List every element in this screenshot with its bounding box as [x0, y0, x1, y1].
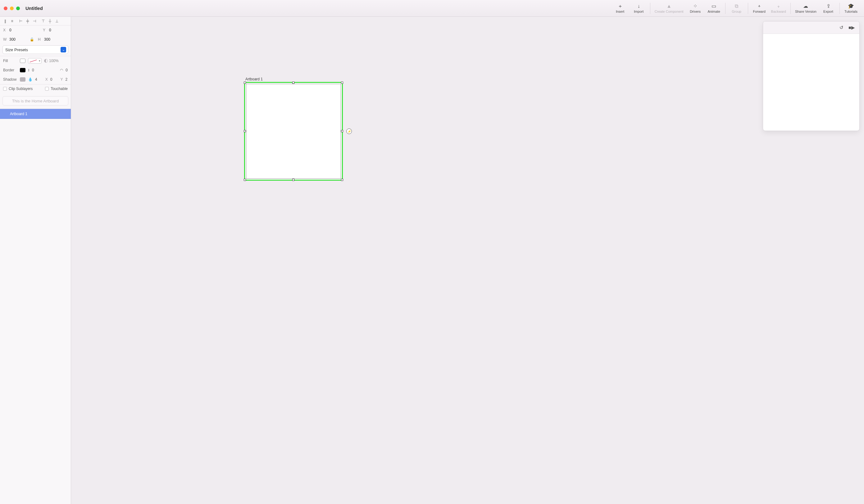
drivers-icon: ⁘ — [693, 3, 697, 9]
touchable-label: Touchable — [51, 87, 68, 91]
tutorials-label: Tutorials — [844, 10, 857, 13]
alignment-toolbar: ‖ ≡ ⊢ ╪ ⊣ ⊤ ┼ ⊥ — [0, 17, 71, 25]
resize-handle-middle-right[interactable] — [341, 130, 343, 132]
resize-handle-top-right[interactable] — [341, 82, 343, 84]
align-bottom-icon[interactable]: ⊥ — [55, 19, 59, 23]
group-icon: ⧉ — [735, 3, 738, 9]
shadow-row: Shadow 💧 4 X 0 Y 2 — [0, 75, 71, 84]
size-presets-dropdown[interactable]: Size Presets ⌄ — [2, 45, 68, 54]
shadow-y-input[interactable]: 2 — [65, 77, 68, 82]
group-label: Group — [732, 10, 741, 13]
distribute-horizontal-icon[interactable]: ‖ — [3, 19, 8, 23]
share-version-button[interactable]: ☁ Share Version — [793, 0, 819, 16]
toolbar-separator — [790, 3, 791, 14]
forward-button[interactable]: ⍏ Forward — [750, 0, 769, 16]
distribute-vertical-icon[interactable]: ≡ — [10, 19, 14, 23]
border-width-input[interactable]: 0 — [32, 68, 34, 72]
align-left-icon[interactable]: ⊢ — [19, 19, 23, 23]
import-button[interactable]: ↓ Import — [629, 0, 648, 16]
shadow-blur-icon: 💧 — [28, 77, 33, 82]
plus-icon: ＋ — [618, 3, 623, 9]
resize-handle-top-left[interactable] — [244, 82, 246, 84]
interaction-bolt-button[interactable]: ⚡ — [346, 128, 352, 134]
bring-forward-icon: ⍏ — [758, 3, 761, 9]
artboard-title[interactable]: Artboard 1 — [245, 77, 263, 81]
shadow-x-input[interactable]: 0 — [50, 77, 52, 82]
artboard-selection[interactable] — [244, 82, 343, 181]
align-center-v-icon[interactable]: ┼ — [48, 19, 52, 23]
window-controls — [4, 7, 20, 10]
lightning-icon: ⚡ — [347, 130, 351, 133]
shadow-y-label: Y — [60, 77, 63, 82]
backward-label: Backward — [771, 10, 786, 13]
download-arrow-icon: ↓ — [638, 3, 640, 9]
shadow-color-swatch[interactable] — [20, 77, 25, 82]
x-input[interactable]: 0 — [9, 28, 25, 32]
animate-label: Animate — [707, 10, 720, 13]
create-component-button[interactable]: ▲ Create Component — [652, 0, 686, 16]
corner-radius-input[interactable]: 0 — [65, 68, 68, 72]
document-title: Untitled — [25, 5, 43, 11]
backward-button[interactable]: ⍖ Backward — [769, 0, 789, 16]
toolbar-separator — [725, 3, 725, 14]
fill-opacity[interactable]: 100% — [44, 59, 59, 63]
forward-label: Forward — [753, 10, 765, 13]
options-row: Clip Sublayers Touchable — [0, 84, 71, 93]
window-zoom-button[interactable] — [16, 7, 20, 10]
align-center-h-icon[interactable]: ╪ — [25, 19, 30, 23]
y-input[interactable]: 0 — [49, 28, 65, 32]
position-row: X 0 Y 0 — [0, 25, 71, 35]
toolbar-separator — [748, 3, 748, 14]
resize-handle-middle-left[interactable] — [244, 130, 246, 132]
import-label: Import — [634, 10, 644, 13]
toolbar: ＋ Insert ↓ Import ▲ Create Component ⁘ D… — [611, 0, 864, 16]
lock-aspect-icon[interactable]: 🔓 — [30, 38, 34, 41]
group-button[interactable]: ⧉ Group — [727, 0, 746, 16]
chevron-down-icon: ⌄ — [61, 47, 66, 52]
size-presets-label: Size Presets — [5, 48, 28, 52]
animate-button[interactable]: ▭ Animate — [705, 0, 723, 16]
resize-handle-bottom-middle[interactable] — [292, 179, 295, 181]
align-right-icon[interactable]: ⊣ — [32, 19, 37, 23]
fill-opacity-value: 100% — [49, 59, 59, 63]
fill-row: Fill 100% — [0, 56, 71, 65]
drivers-button[interactable]: ⁘ Drivers — [686, 0, 705, 16]
resize-handle-bottom-left[interactable] — [244, 179, 246, 181]
touchable-checkbox[interactable] — [45, 87, 49, 90]
shadow-label: Shadow — [3, 77, 17, 82]
h-input[interactable]: 300 — [44, 37, 60, 41]
fill-enabled-swatch[interactable] — [20, 59, 25, 63]
artboard-surface[interactable] — [246, 84, 341, 179]
home-artboard-button[interactable]: This is the Home Artboard — [2, 96, 68, 106]
graduation-cap-icon: 🎓 — [848, 3, 854, 9]
layer-artboard-1-label: Artboard 1 — [10, 112, 27, 116]
layer-artboard-1[interactable]: Artboard 1 — [0, 109, 71, 119]
y-label: Y — [43, 28, 47, 32]
border-color-swatch[interactable] — [20, 68, 25, 72]
export-button[interactable]: ⇪ Export — [819, 0, 838, 16]
drivers-label: Drivers — [690, 10, 701, 13]
insert-button[interactable]: ＋ Insert — [611, 0, 629, 16]
undo-icon[interactable]: ↺ — [839, 25, 843, 30]
preview-panel[interactable]: ↺ ■▶ — [763, 21, 860, 131]
x-label: X — [3, 28, 8, 32]
align-top-icon[interactable]: ⊤ — [41, 19, 45, 23]
shadow-blur-input[interactable]: 4 — [35, 77, 37, 82]
window-close-button[interactable] — [4, 7, 8, 10]
fill-label: Fill — [3, 59, 17, 63]
canvas[interactable]: Artboard 1 ⚡ — [71, 17, 864, 504]
component-icon: ▲ — [667, 3, 671, 9]
tutorials-button[interactable]: 🎓 Tutorials — [842, 0, 860, 16]
clip-sublayers-checkbox[interactable] — [3, 87, 7, 90]
toolbar-separator — [650, 3, 650, 14]
resize-handle-top-middle[interactable] — [292, 82, 295, 84]
fill-color-dropdown[interactable] — [28, 58, 41, 64]
home-artboard-label: This is the Home Artboard — [12, 99, 59, 103]
window-minimize-button[interactable] — [10, 7, 14, 10]
resize-handle-bottom-right[interactable] — [341, 179, 343, 181]
video-camera-icon[interactable]: ■▶ — [849, 25, 855, 30]
corner-radius-icon: ◠ — [60, 68, 63, 72]
export-label: Export — [823, 10, 833, 13]
animate-icon: ▭ — [711, 3, 716, 9]
w-input[interactable]: 300 — [9, 37, 25, 41]
